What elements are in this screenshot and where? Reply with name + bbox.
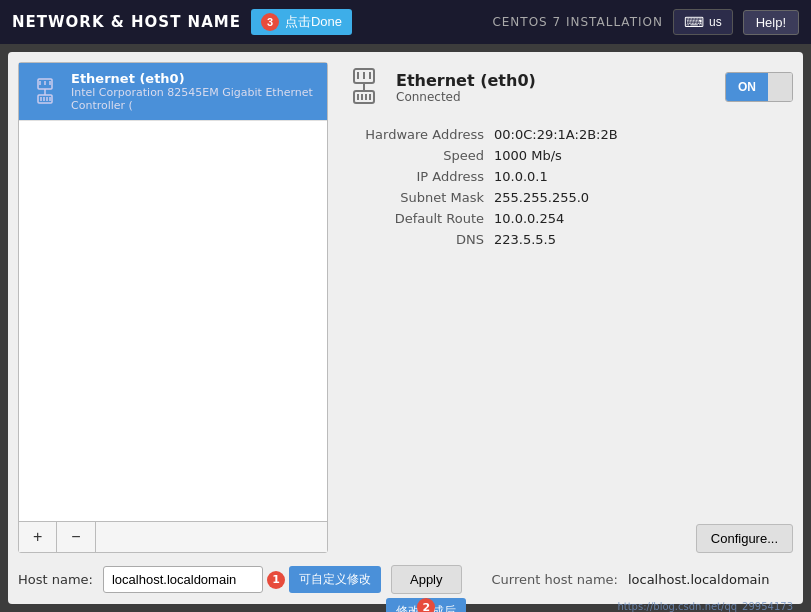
dns-row: DNS 223.5.5.5 — [344, 232, 793, 247]
network-item-text: Ethernet (eth0) Intel Corporation 82545E… — [71, 71, 317, 112]
eth-name-status: Ethernet (eth0) Connected — [396, 71, 536, 104]
speed-value: 1000 Mb/s — [494, 148, 562, 163]
network-item-subtitle: Intel Corporation 82545EM Gigabit Ethern… — [71, 86, 317, 112]
hardware-address-value: 00:0C:29:1A:2B:2B — [494, 127, 618, 142]
ip-label: IP Address — [344, 169, 484, 184]
ethernet-detail-icon — [344, 67, 384, 107]
ip-row: IP Address 10.0.0.1 — [344, 169, 793, 184]
content-area: Ethernet (eth0) Intel Corporation 82545E… — [18, 62, 793, 553]
detail-rows: Hardware Address 00:0C:29:1A:2B:2B Speed… — [344, 122, 793, 514]
route-row: Default Route 10.0.0.254 — [344, 211, 793, 226]
help-button[interactable]: Help! — [743, 10, 799, 35]
network-item-title: Ethernet (eth0) — [71, 71, 317, 86]
step-badge-1: 1 — [267, 571, 285, 589]
app-title: NETWORK & HOST NAME — [12, 13, 241, 31]
bottom-bar: Host name: 1 可自定义修改 Apply 2 修改完成后点击Apply… — [18, 561, 793, 594]
title-left: NETWORK & HOST NAME 3 点击Done — [12, 9, 352, 35]
keyboard-button[interactable]: ⌨ us — [673, 9, 733, 35]
done-badge: 3 — [261, 13, 279, 31]
subnet-row: Subnet Mask 255.255.255.0 — [344, 190, 793, 205]
main-content: Ethernet (eth0) Intel Corporation 82545E… — [8, 52, 803, 604]
keyboard-icon: ⌨ — [684, 14, 704, 30]
ip-value: 10.0.0.1 — [494, 169, 548, 184]
network-list-panel: Ethernet (eth0) Intel Corporation 82545E… — [18, 62, 328, 553]
keyboard-label: us — [709, 15, 722, 29]
host-name-label: Host name: — [18, 572, 93, 587]
speed-row: Speed 1000 Mb/s — [344, 148, 793, 163]
subnet-label: Subnet Mask — [344, 190, 484, 205]
route-label: Default Route — [344, 211, 484, 226]
network-list: Ethernet (eth0) Intel Corporation 82545E… — [19, 63, 327, 521]
speed-label: Speed — [344, 148, 484, 163]
eth-name: Ethernet (eth0) — [396, 71, 536, 90]
apply-wrap: Apply 2 修改完成后点击Apply — [391, 565, 462, 594]
route-value: 10.0.0.254 — [494, 211, 564, 226]
current-host-value: localhost.localdomain — [628, 572, 769, 587]
toggle-switch[interactable]: ON — [725, 72, 793, 102]
current-host-label: Current host name: — [492, 572, 618, 587]
ethernet-icon — [29, 76, 61, 108]
title-right: CENTOS 7 INSTALLATION ⌨ us Help! — [492, 9, 799, 35]
host-name-input[interactable] — [103, 566, 263, 593]
apply-button[interactable]: Apply — [391, 565, 462, 594]
custom-hint-button: 可自定义修改 — [289, 566, 381, 593]
toggle-off-button[interactable] — [768, 73, 792, 101]
list-controls: + − — [19, 521, 327, 552]
details-panel: Ethernet (eth0) Connected ON Hardware Ad… — [344, 62, 793, 553]
done-hint: 点击Done — [285, 13, 342, 31]
dns-label: DNS — [344, 232, 484, 247]
hardware-address-label: Hardware Address — [344, 127, 484, 142]
dns-value: 223.5.5.5 — [494, 232, 556, 247]
subnet-value: 255.255.255.0 — [494, 190, 589, 205]
step-badge-2: 2 — [417, 598, 435, 612]
eth-status: Connected — [396, 90, 536, 104]
hardware-address-row: Hardware Address 00:0C:29:1A:2B:2B — [344, 127, 793, 142]
add-network-button[interactable]: + — [19, 522, 57, 552]
toggle-on-button[interactable]: ON — [726, 73, 768, 101]
eth-header: Ethernet (eth0) Connected ON — [344, 62, 793, 112]
remove-network-button[interactable]: − — [57, 522, 95, 552]
network-item-eth0[interactable]: Ethernet (eth0) Intel Corporation 82545E… — [19, 63, 327, 121]
eth-title-area: Ethernet (eth0) Connected — [344, 67, 536, 107]
host-input-wrap: 1 可自定义修改 — [103, 566, 381, 593]
title-bar: NETWORK & HOST NAME 3 点击Done CENTOS 7 IN… — [0, 0, 811, 44]
configure-button[interactable]: Configure... — [696, 524, 793, 553]
watermark: https://blog.csdn.net/qq_29954173 — [617, 601, 793, 612]
centos-label: CENTOS 7 INSTALLATION — [492, 15, 663, 29]
done-button[interactable]: 3 点击Done — [251, 9, 352, 35]
